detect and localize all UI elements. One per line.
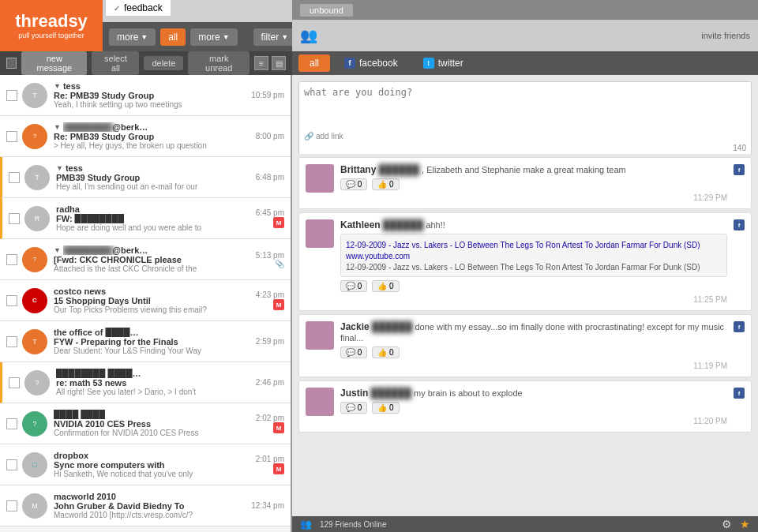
email-middle: dropbox Sync more computers with Hi Sank… (54, 451, 256, 478)
email-preview: Yeah, I think setting up two meetings (54, 100, 246, 109)
feedback-tab[interactable]: feedback (105, 0, 171, 17)
email-time-text: 12:34 pm (251, 501, 284, 510)
comment-btn[interactable]: 💬 0 (340, 178, 367, 190)
email-checkbox[interactable] (6, 254, 17, 265)
feed-avatar (306, 164, 334, 193)
more-btn-right[interactable]: more ▼ (190, 28, 237, 46)
comment-btn[interactable]: 💬 0 (340, 347, 367, 358)
select-all-checkbox[interactable] (6, 58, 17, 69)
email-row[interactable]: T ▼ tess Re: PMB39 Study Group Yeah, I t… (0, 75, 291, 116)
feed-content: Justin ██████ my brain is about to explo… (340, 388, 727, 425)
feed-name: Kathleen ██████ (340, 219, 423, 230)
like-btn[interactable]: 👍 0 (372, 178, 399, 190)
sender-area: ▼ ████████@berkele (54, 122, 251, 132)
email-checkbox[interactable] (6, 418, 17, 429)
email-row[interactable]: M macworld 2010 John Gruber & David Bied… (0, 485, 291, 526)
like-btn[interactable]: 👍 0 (372, 280, 399, 292)
social-top-bar: 👥 invite friends (292, 20, 758, 51)
email-avatar: T (22, 83, 47, 108)
more-btn-left[interactable]: more ▼ (109, 28, 156, 46)
email-subject: PMB39 Study Group (56, 173, 251, 182)
bottom-bar: 👥 129 Friends Online ⚙ ★ (292, 516, 758, 532)
email-time: 2:46 pm (256, 378, 284, 387)
star-icon[interactable]: ★ (740, 518, 750, 530)
feed-link-1[interactable]: 12-09-2009 - Jazz vs. Lakers - LO Betwee… (346, 241, 700, 249)
email-sender: ████████@berkeley.ec (63, 245, 150, 255)
feed-actions: 💬 0 👍 0 (340, 280, 727, 292)
settings-icon[interactable]: ⚙ (722, 518, 732, 530)
email-checkbox[interactable] (6, 90, 17, 101)
twitter-icon: t (423, 58, 434, 69)
more-arrow-left: ▼ (141, 33, 148, 41)
comment-btn[interactable]: 💬 0 (340, 280, 367, 292)
sender-area: ▼ tess (56, 163, 251, 173)
layout-full-icon[interactable]: ▤ (272, 56, 286, 70)
sender-area: ████ ████ (54, 410, 251, 419)
email-row[interactable]: ? ▼ ████████@berkeley.ec [Fwd: CKC CHRON… (0, 239, 291, 280)
email-checkbox[interactable] (6, 500, 17, 511)
friends-icon-sm: 👥 (300, 519, 312, 530)
unbound-tab[interactable]: unbound (300, 4, 353, 17)
email-preview: Hope are doing well and you were able to (56, 223, 251, 232)
email-preview: Hey all, I'm sending out an e-mail for o… (56, 182, 251, 191)
invite-friends-link[interactable]: invite friends (701, 31, 750, 40)
email-subject: [Fwd: CKC CHRONICLE please (54, 255, 251, 264)
email-subject: FYW - Preparing for the Finals (54, 337, 251, 347)
sender-area: dropbox (54, 451, 251, 460)
tab-facebook[interactable]: f facebook (333, 54, 409, 72)
sender-area: costco news (54, 287, 251, 296)
email-middle: ▼ ████████@berkeley.ec [Fwd: CKC CHRONIC… (54, 245, 256, 273)
add-link-area[interactable]: 🔗 add link (304, 132, 746, 140)
char-count: 140 (304, 144, 746, 152)
feed-content: Jackie ██████ done with my essay...so im… (340, 321, 727, 370)
email-row[interactable]: ? ████████ ████████ re: math 53 news All… (0, 362, 291, 403)
email-checkbox[interactable] (9, 172, 20, 183)
feed-item: Kathleen ██████ ahh!! 12-09-2009 - Jazz … (298, 212, 752, 311)
like-btn[interactable]: 👍 0 (372, 347, 399, 358)
tab-twitter[interactable]: t twitter (412, 54, 475, 72)
email-middle: ▼ ████████@berkele Re: PMB39 Study Group… (54, 122, 256, 150)
friends-icon: 👥 (300, 27, 317, 44)
select-all-button[interactable]: select all (92, 51, 139, 75)
email-row[interactable]: C costco news 15 Shopping Days Until Our… (0, 280, 291, 321)
email-avatar: ? (22, 124, 47, 149)
email-row[interactable]: T ▼ tess PMB39 Study Group Hey all, I'm … (0, 157, 291, 198)
all-btn[interactable]: all (160, 28, 186, 46)
sender-area: ▼ ████████@berkeley.ec (54, 245, 251, 255)
email-row[interactable]: T the office of ████████ FYW - Preparing… (0, 321, 291, 362)
email-checkbox[interactable] (6, 131, 17, 142)
comment-btn[interactable]: 💬 0 (340, 402, 367, 414)
email-row[interactable]: ? ▼ ████████@berkele Re: PMB39 Study Gro… (0, 116, 291, 157)
feed-network-badge: f (734, 164, 745, 175)
feed-network-badge: f (734, 219, 745, 230)
feed-link-card: 12-09-2009 - Jazz vs. Lakers - LO Betwee… (340, 234, 727, 277)
email-list: T ▼ tess Re: PMB39 Study Group Yeah, I t… (0, 75, 292, 532)
email-row[interactable]: ? ████ ████ NVIDIA 2010 CES Press Confir… (0, 403, 291, 444)
email-middle: ▼ tess PMB39 Study Group Hey all, I'm se… (56, 163, 256, 191)
filter-btn[interactable]: filter ▼ (253, 28, 297, 46)
email-time-text: 2:01 pm (256, 455, 284, 463)
reply-indicator: ▼ (54, 246, 61, 254)
email-middle: ████████ ████████ re: math 53 news All r… (56, 369, 256, 396)
email-checkbox[interactable] (6, 459, 17, 470)
email-checkbox[interactable] (6, 336, 17, 347)
post-textarea[interactable] (304, 87, 746, 126)
feed-name: Brittany ██████ (340, 164, 419, 175)
feed-link-desc: 12-09-2009 - Jazz vs. Lakers - LO Betwee… (346, 263, 722, 272)
email-avatar: ? (22, 247, 47, 272)
tab-all[interactable]: all (298, 54, 330, 72)
email-subject: John Gruber & David Biedny To (54, 501, 246, 511)
email-row[interactable]: □ dropbox Sync more computers with Hi Sa… (0, 444, 291, 485)
like-btn[interactable]: 👍 0 (372, 402, 399, 414)
email-preview: Our Top Picks Problems viewing this emai… (54, 305, 251, 314)
new-message-button[interactable]: new message (21, 51, 87, 75)
feed-time: 11:25 PM (340, 295, 727, 304)
email-checkbox[interactable] (9, 213, 20, 224)
email-sender: tess (66, 163, 83, 173)
email-row[interactable]: R radha FW: ████████ Hope are doing well… (0, 198, 291, 239)
mark-unread-button[interactable]: mark unread (188, 51, 250, 75)
email-checkbox[interactable] (6, 295, 17, 306)
delete-button[interactable]: delete (144, 56, 183, 70)
email-checkbox[interactable] (9, 377, 20, 388)
layout-split-icon[interactable]: ≡ (254, 56, 268, 70)
